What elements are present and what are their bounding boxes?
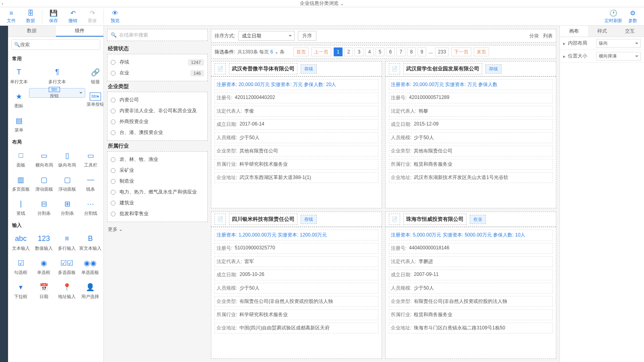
filter-option[interactable]: 外商投资企业 [109,116,206,127]
company-name[interactable]: 珠海市恒威投资有限公司 [403,214,466,225]
company-name[interactable]: 武汉奇普微半导体有限公司 [229,63,297,74]
palette-item[interactable]: ▭横向布局 [33,147,56,171]
palette-item[interactable]: —线条 [79,171,102,195]
filter-option[interactable]: 制造业 [109,176,206,187]
palette-item[interactable]: □面板 [10,147,32,171]
component-icon: □ [14,150,27,161]
palette-item[interactable]: ☑☑多选面板 [56,255,78,278]
palette-item[interactable]: ▭工具栏 [79,147,102,171]
palette-item[interactable]: 📍地址输入 [56,279,78,302]
filter-option[interactable]: 内资公司 [109,95,206,105]
capital-line: 注册资本: 5,000.00万元 实缴资本: 5000.00万元 参保人数: 1… [389,230,553,241]
palette-item[interactable]: abc文本输入 [10,230,32,254]
result-search[interactable]: 🔍在结果中搜索 [107,29,208,41]
filter-option[interactable]: 存续1247 [109,57,206,68]
component-icon: ▭ [84,150,97,161]
info-row: 法定代表人:李鹏进 [389,256,553,267]
palette-item[interactable]: ≡多行输入 [56,230,78,254]
expand-icon[interactable]: › [2,1,3,6]
palette-item[interactable]: ▥多页面板 [10,171,32,195]
palette-item[interactable]: 👤用户选择 [79,279,102,302]
filter-option[interactable]: 在业146 [109,68,206,78]
property-select[interactable]: 纵向 [596,39,641,48]
page-number[interactable]: 3 [355,47,363,56]
rp-tab-style[interactable]: 样式 [588,26,616,37]
page-number[interactable]: 7 [396,47,405,56]
redo-button[interactable]: ↷重做 [83,8,102,25]
view-list[interactable]: 列表 [543,33,553,39]
palette-item[interactable]: ▤菜单 [10,112,28,136]
page-end[interactable]: 末页 [474,47,489,56]
page-number[interactable]: 8 [407,47,416,56]
page-number[interactable]: 6 [386,47,395,56]
page-first[interactable]: 首页 [293,47,309,56]
page-prev[interactable]: 上一页 [311,47,331,56]
palette-tab-data[interactable]: 数据 [8,26,56,37]
document-icon: 📄 [215,214,226,225]
rp-tab-interact[interactable]: 交互 [616,26,644,37]
palette-item[interactable]: ▯纵向布局 [56,147,79,171]
palette-item[interactable]: ▢滑动面板 [33,171,56,195]
palette-item[interactable]: ★图标 [10,88,28,111]
filter-option[interactable]: 批发和零售业 [109,208,206,219]
company-name[interactable]: 武汉留学生创业园发展有限公司 [403,63,482,74]
palette-item[interactable]: ◉单选框 [33,255,55,278]
filter-option-label: 电力、热力、燃气及水生产和供应业 [120,189,204,195]
page-next[interactable]: 下一页 [451,47,471,56]
palette-item[interactable]: ⊟分割条 [33,195,56,219]
palette-item[interactable]: ⋯分割线 [79,195,102,219]
filters-more[interactable]: 更多 ⌄ [107,224,208,234]
sort-select[interactable]: 成立日期 [238,31,295,41]
card-body: 注册资本: 20,000.00万元 实缴资本: 万元 参保人数注册号:42010… [385,76,556,208]
palette-item[interactable]: ◉◉单选面板 [79,255,102,278]
filter-option-label: 采矿业 [120,167,204,174]
page-number[interactable]: 2 [344,47,353,56]
palette-item[interactable]: btn▾菜单按钮 [86,88,103,111]
design-canvas[interactable]: 🔍在结果中搜索 经营状态存续1247在业146企业类型内资公司内资非法人企业、非… [104,26,559,362]
expand-arrow-icon[interactable]: ▸ [563,41,568,46]
params-button[interactable]: ⚙参数 [623,8,642,25]
palette-item[interactable]: ⊞分割条 [56,195,79,219]
expand-arrow-icon[interactable]: ▸ [563,53,568,59]
sort-order-button[interactable]: 升序 [298,31,316,41]
title-chevron-icon[interactable]: ⌄ [340,1,344,6]
refresh-button[interactable]: 🕐定时刷新 [604,8,623,25]
palette-tab-components[interactable]: 组件 [56,26,104,37]
page-last-num[interactable]: 233 [435,47,449,56]
file-button[interactable]: ≡文件 [2,8,21,25]
page-number[interactable]: 5 [376,47,384,56]
filter-option[interactable]: 建筑业 [109,197,206,208]
palette-item[interactable]: 123数值输入 [33,230,55,254]
company-name[interactable]: 四川银米科技有限责任公司 [229,214,297,225]
rp-tab-canvas[interactable]: 画布 [560,26,588,37]
palette-item[interactable]: ▢浮动面板 [56,171,79,195]
palette-item[interactable]: ▾下拉框 [10,279,32,302]
palette-item[interactable]: B富文本输入 [79,230,102,254]
palette-search-input[interactable] [20,42,97,47]
undo-button[interactable]: ↶撤销 [63,8,83,25]
palette-item-label: 下拉框 [14,294,27,300]
palette-search[interactable]: 🔍 [11,39,100,50]
radio-icon [111,168,116,173]
palette-item[interactable]: btn按钮 [29,88,85,98]
page-number[interactable]: 4 [365,47,374,56]
save-button[interactable]: 💾保存 [44,8,63,25]
palette-item[interactable]: 📅日期 [33,279,55,302]
filter-option[interactable]: 农、林、牧、渔业 [109,154,206,165]
filter-option[interactable]: 内资非法人企业、非公司私营企业及 [109,105,206,116]
palette-item[interactable]: T单行文本 [10,64,28,87]
page-number[interactable]: 1 [334,47,343,56]
palette-item[interactable]: |竖线 [10,195,32,219]
palette-item[interactable]: ☑勾选框 [10,255,32,278]
view-block[interactable]: 分块 [529,33,539,39]
filter-option[interactable]: 采矿业 [109,165,206,176]
palette-item[interactable]: 🔗链接 [86,64,103,87]
palette-item[interactable]: ¶多行文本 [29,64,85,87]
property-select[interactable]: 横向撑满 [596,52,641,61]
filter-option[interactable]: 电力、热力、燃气及水生产和供应业 [109,187,206,197]
filter-option[interactable]: 台、港、澳投资企业 [109,127,206,138]
undo-icon: ↶ [70,9,76,17]
page-number[interactable]: 9 [417,47,426,56]
preview-button[interactable]: 👁预览 [105,8,125,25]
data-button[interactable]: 🗄数据 [21,8,40,25]
